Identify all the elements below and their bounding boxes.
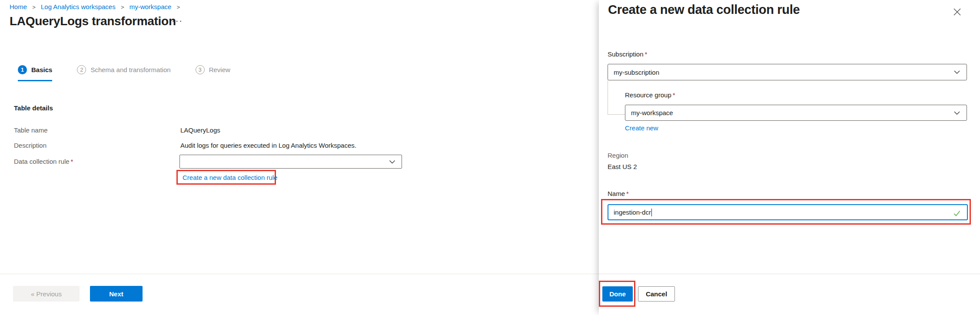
annotation-box-create-dcr: Create a new data collection rule (176, 170, 276, 185)
tab-basics-label: Basics (31, 66, 52, 73)
create-new-resource-group-link[interactable]: Create new (625, 124, 658, 132)
more-actions-button[interactable]: ··· (172, 16, 183, 26)
chevron-down-icon (953, 68, 961, 76)
next-button[interactable]: Next (90, 286, 143, 302)
breadcrumb-my-workspace[interactable]: my-workspace (130, 3, 172, 10)
resource-group-label: Resource group* (625, 91, 675, 99)
tab-review[interactable]: 3 Review (196, 65, 230, 81)
panel-footer-divider (599, 274, 980, 274)
breadcrumb-log-analytics-workspaces[interactable]: Log Analytics workspaces (41, 3, 116, 10)
breadcrumb-home[interactable]: Home (10, 3, 27, 10)
previous-button[interactable]: « Previous (13, 286, 80, 302)
tab-schema-label: Schema and transformation (90, 66, 170, 73)
resource-group-dropdown[interactable]: my-workspace (625, 105, 967, 121)
step-1-badge: 1 (18, 65, 27, 74)
wizard-page: Home > Log Analytics workspaces > my-wor… (0, 0, 599, 315)
step-2-badge: 2 (77, 65, 86, 74)
text-cursor (651, 209, 652, 216)
done-button[interactable]: Done (602, 286, 633, 302)
tab-basics[interactable]: 1 Basics (18, 65, 52, 81)
page-title: LAQueryLogs transformation (10, 14, 176, 28)
required-asterisk: * (71, 158, 73, 165)
chevron-down-icon (953, 109, 961, 117)
screen: Home > Log Analytics workspaces > my-wor… (0, 0, 980, 315)
create-dcr-panel: Create a new data collection rule Subscr… (599, 0, 980, 315)
indent-connector-vertical (608, 80, 608, 114)
create-dcr-link[interactable]: Create a new data collection rule (183, 174, 277, 181)
description-label: Description (14, 142, 47, 149)
breadcrumb-separator: > (121, 4, 124, 10)
name-label: Name* (608, 190, 629, 197)
dcr-name-input[interactable]: ingestion-dcr (608, 204, 968, 220)
breadcrumb-separator: > (177, 4, 180, 10)
section-title-table-details: Table details (14, 104, 53, 112)
required-asterisk: * (673, 91, 675, 99)
region-value: East US 2 (608, 163, 637, 170)
table-name-label: Table name (14, 126, 48, 134)
required-asterisk: * (645, 50, 648, 58)
data-collection-rule-dropdown[interactable] (179, 155, 402, 169)
subscription-dropdown[interactable]: my-subscription (608, 64, 967, 80)
dcr-name-input-value: ingestion-dcr (608, 209, 651, 216)
required-asterisk: * (626, 190, 629, 197)
chevron-down-icon (389, 158, 396, 166)
wizard-steps: 1 Basics 2 Schema and transformation 3 R… (18, 65, 230, 81)
resource-group-dropdown-value: my-workspace (625, 109, 953, 116)
breadcrumb-separator: > (32, 4, 36, 10)
cancel-button[interactable]: Cancel (638, 286, 675, 302)
breadcrumb: Home > Log Analytics workspaces > my-wor… (10, 3, 183, 10)
subscription-label: Subscription* (608, 50, 647, 58)
region-label: Region (608, 152, 628, 159)
tab-schema-and-transformation[interactable]: 2 Schema and transformation (77, 65, 170, 81)
panel-title: Create a new data collection rule (608, 3, 800, 17)
indent-connector-horizontal (608, 114, 625, 115)
table-name-value: LAQueryLogs (180, 126, 220, 134)
description-value: Audit logs for queries executed in Log A… (180, 142, 356, 149)
step-3-badge: 3 (196, 65, 205, 74)
data-collection-rule-label: Data collection rule* (14, 158, 73, 165)
subscription-dropdown-value: my-subscription (608, 69, 953, 76)
close-icon[interactable] (951, 6, 963, 18)
footer-divider (0, 274, 599, 274)
tab-review-label: Review (209, 66, 230, 73)
check-icon (953, 209, 961, 218)
